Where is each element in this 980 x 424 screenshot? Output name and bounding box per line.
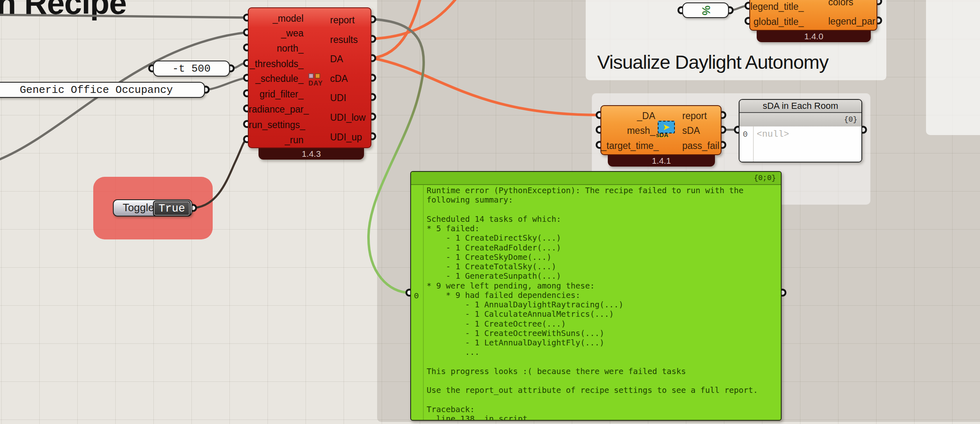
port-thresholds[interactable]: _thresholds_ (249, 58, 303, 70)
threshold-text: -t 500 (172, 63, 211, 75)
port-model[interactable]: _model (249, 13, 303, 24)
threshold-panel[interactable]: -t 500 (153, 61, 230, 77)
wire-model (0, 15, 247, 18)
annual-daylight-icon: DAY (308, 73, 327, 88)
port-colors[interactable]: colors (828, 0, 853, 8)
port-sda-report[interactable]: report (682, 110, 707, 122)
sda-room-panel[interactable]: sDA in Each Room {0} 0 <null> (739, 99, 862, 162)
port-sda-pass-fail[interactable]: pass_fail (682, 140, 719, 151)
port-cda[interactable]: cDA (330, 73, 348, 84)
version-badge-sda: 1.4.1 (608, 155, 715, 167)
port-sda-mesh[interactable]: mesh_ (601, 125, 655, 136)
sda-panel-null-value: <null> (757, 129, 789, 140)
report-panel[interactable]: {0;0} 0 Runtime error (PythonException):… (410, 171, 782, 421)
schedule-text: Generic Office Occupancy (20, 84, 173, 96)
version-badge-recipe: 1.4.3 (258, 148, 364, 160)
port-north[interactable]: north_ (249, 43, 303, 54)
toggle-label: Toggle (123, 200, 154, 215)
sda-icon: ➤ sDA (658, 121, 678, 140)
port-run[interactable]: _run (249, 134, 303, 146)
port-udi-low[interactable]: UDI_low (330, 112, 366, 123)
port-grid-filter[interactable]: grid_filter_ (249, 88, 303, 100)
percent-param[interactable]: % (682, 2, 729, 18)
report-panel-text: Runtime error (PythonException): The rec… (427, 186, 758, 421)
report-panel-gutter (423, 185, 424, 420)
port-sda-sda[interactable]: sDA (682, 125, 700, 136)
port-udi-up[interactable]: UDI_up (330, 131, 362, 143)
wire-toggle-run (193, 139, 247, 208)
sda-panel-branch: {0} (739, 113, 861, 126)
sda-panel-title: sDA in Each Room (739, 100, 861, 113)
wire-da-sda (372, 58, 599, 115)
boolean-toggle[interactable]: Toggle True (113, 199, 192, 217)
annual-daylight-recipe-component[interactable]: _model _wea north_ _thresholds_ _schedul… (248, 7, 371, 148)
grasshopper-canvas[interactable]: n Recipe Visualize Daylight Autonomy (0, 0, 980, 424)
port-report[interactable]: report (330, 14, 355, 26)
toggle-value[interactable]: True (153, 201, 191, 217)
port-legend-par[interactable]: legend_par (828, 16, 875, 27)
spatial-daylight-autonomy-component[interactable]: _DA mesh_ _target_time_ report sDA pass_… (600, 105, 722, 155)
port-results[interactable]: results (330, 34, 358, 45)
version-badge-legend: 1.4.0 (757, 31, 871, 42)
legend-component[interactable]: legend_title_ global_title_ colors legen… (749, 0, 877, 31)
sda-panel-index: 0 (743, 130, 748, 139)
port-global-title[interactable]: global_title_ (750, 16, 804, 27)
report-panel-index: 0 (414, 291, 419, 301)
schedule-panel[interactable]: Generic Office Occupancy (0, 82, 205, 98)
sda-panel-gutter (753, 126, 754, 162)
report-panel-branch: {0;0} (411, 172, 781, 185)
port-da[interactable]: DA (330, 53, 343, 65)
port-sda-target-time[interactable]: _target_time_ (601, 140, 655, 151)
port-radiance-par[interactable]: radiance_par_ (249, 104, 303, 115)
port-legend-title[interactable]: legend_title_ (750, 1, 804, 12)
port-run-settings[interactable]: run_settings_ (249, 119, 303, 131)
port-wea[interactable]: _wea (249, 27, 303, 39)
port-schedule[interactable]: _schedule_ (249, 73, 303, 84)
port-sda-da[interactable]: _DA (601, 110, 655, 122)
wire-schedule (206, 78, 247, 90)
percent-icon: % (699, 5, 712, 15)
port-udi[interactable]: UDI (330, 92, 346, 104)
